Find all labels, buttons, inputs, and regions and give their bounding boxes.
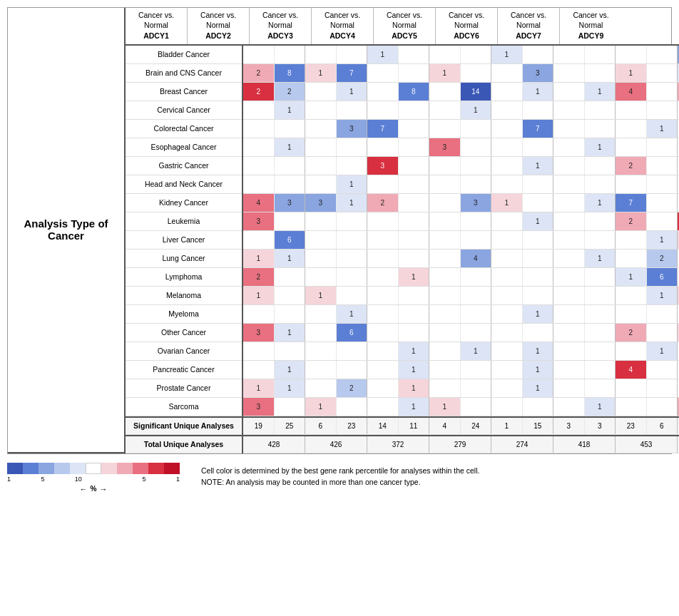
cell-12-0-1 [275,268,305,286]
cell-7-5-1 [585,175,616,193]
legend-pink5 [164,463,180,474]
cell-group-15-0: 31 [243,324,305,342]
cell-19-2-0 [367,398,399,416]
summary-cell-group-1-3: 279 [429,436,491,453]
cell-19-0-0: 3 [243,398,275,416]
cell-group-11-4 [491,250,553,267]
cell-0-1-1 [337,46,367,63]
cell-group-13-1: 1 [305,287,367,304]
cell-16-3-0 [429,342,461,360]
cell-3-2-1 [399,101,429,119]
cell-16-4-1: 1 [523,342,553,360]
cell-15-5-0 [553,324,585,342]
cell-0-2-0: 1 [367,46,399,63]
cell-9-4-1: 1 [523,212,553,230]
summary-cell-0-2-1: 11 [399,418,429,434]
cell-group-3-6 [616,101,678,119]
cell-group-16-2: 1 [367,342,429,360]
cell-group-19-4 [491,398,553,416]
cell-group-4-0 [243,120,305,138]
cell-16-0-0 [243,342,275,360]
right-section: Cancer vs. NormalADCY1Cancer vs. NormalA… [126,8,679,453]
cell-2-5-1: 1 [585,83,616,101]
col-gene: ADCY3 [251,31,310,41]
data-row-10: 611 [243,231,679,250]
summary-cell-group-1-1: 426 [305,436,367,453]
cell-group-6-2: 3 [367,157,429,175]
cell-10-0-0 [243,231,275,249]
cell-15-3-0 [429,324,461,342]
row-label-14: Myeloma [126,305,242,324]
cell-16-1-0 [305,342,337,360]
cell-11-0-1: 1 [275,250,305,267]
cell-5-6-1 [647,138,678,156]
legend-blue3 [39,463,54,474]
cell-group-7-6 [616,175,678,193]
cell-2-4-0 [491,83,523,101]
cell-18-4-1: 1 [523,379,553,397]
cell-13-5-0 [553,287,585,304]
cell-12-6-1: 6 [647,268,678,286]
cell-12-1-1 [337,268,367,286]
cell-group-7-5 [553,175,616,193]
cell-3-0-1: 1 [275,101,305,119]
cell-19-6-0 [616,398,647,416]
cell-group-5-1 [305,138,367,156]
cell-group-10-0: 6 [243,231,305,249]
summary-row-1: 428426372279274418453411 [243,435,679,453]
cell-13-2-1 [399,287,429,304]
cell-group-6-4: 1 [491,157,553,175]
cell-group-12-4 [491,268,553,286]
cell-11-0-0: 1 [243,250,275,267]
data-row-12: 2116 [243,268,679,287]
col-label: Cancer vs. Normal [387,11,422,29]
cell-group-18-2: 1 [367,379,429,397]
cell-group-16-3: 1 [429,342,491,360]
legend-label-5-left: 5 [41,476,44,483]
cell-12-2-0 [367,268,399,286]
cell-group-12-6: 16 [616,268,678,286]
legend-blue5 [7,463,23,474]
summary-cell-0-0-1: 25 [275,418,305,434]
cell-group-18-5 [553,379,616,397]
cell-1-6-1 [647,64,678,82]
data-row-2: 2218141142 [243,83,679,101]
cell-group-14-4: 1 [491,305,553,323]
cell-8-4-0: 1 [491,194,523,212]
cell-group-2-4: 1 [491,83,553,101]
cell-8-5-1: 1 [585,194,616,212]
cell-1-4-1: 3 [523,64,553,82]
cell-group-4-4: 7 [491,120,553,138]
cell-group-6-6: 2 [616,157,678,175]
cell-16-6-0 [616,342,647,360]
summary-cell-0-0-0: 19 [243,418,275,434]
cell-group-19-6 [616,398,678,416]
cell-2-3-1: 14 [461,83,491,101]
cell-15-4-0 [491,324,523,342]
data-row-18: 11211 [243,379,679,398]
cell-8-4-1 [523,194,553,212]
cell-15-2-0 [367,324,399,342]
cell-15-1-1: 6 [337,324,367,342]
cell-11-6-1: 2 [647,250,678,267]
data-row-19: 3111123 [243,398,679,416]
cell-group-8-6: 7 [616,194,678,212]
summary-cell-0-3-1: 24 [461,418,491,434]
cell-2-4-1: 1 [523,83,553,101]
cell-4-2-1 [399,120,429,138]
summary-cell-group-0-4: 115 [491,418,553,434]
cell-10-2-0 [367,231,399,249]
cell-group-18-0: 11 [243,379,305,397]
cell-4-4-0 [491,120,523,138]
cell-group-4-5 [553,120,616,138]
cell-group-9-3 [429,212,491,230]
cell-9-6-0: 2 [616,212,647,230]
cell-10-1-1 [337,231,367,249]
cell-10-3-1 [461,231,491,249]
cell-12-3-0 [429,268,461,286]
cell-9-0-0: 3 [243,212,275,230]
col-label: Cancer vs. Normal [262,11,298,29]
cell-group-3-2 [367,101,429,119]
cell-2-0-1: 2 [275,83,305,101]
cell-group-8-4: 1 [491,194,553,212]
